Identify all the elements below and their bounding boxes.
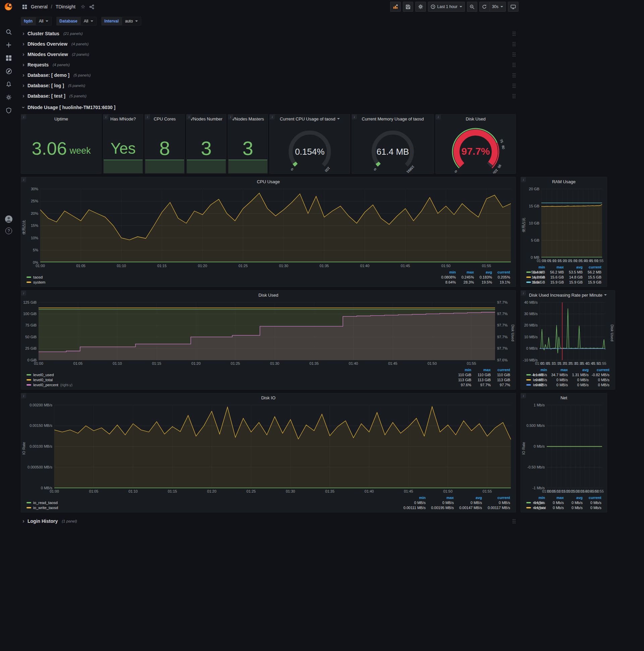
user-avatar[interactable] xyxy=(5,215,12,223)
dashboard-row-dnodes-overview[interactable]: ›DNodes Overview(4 panels) xyxy=(21,40,516,48)
legend-col-current[interactable]: current xyxy=(482,496,510,500)
panel-title[interactable]: CPU Cores xyxy=(154,117,176,122)
variable-value-dropdown[interactable]: All xyxy=(36,17,52,26)
variable-value-dropdown[interactable]: auto xyxy=(122,17,141,26)
variable-label[interactable]: fqdn xyxy=(21,17,36,26)
panel-info-icon[interactable]: i xyxy=(228,115,233,120)
share-icon[interactable] xyxy=(88,3,95,10)
add-panel-button[interactable] xyxy=(390,2,401,12)
refresh-interval-button[interactable]: 30s xyxy=(489,2,506,12)
panel-title[interactable]: Net xyxy=(560,395,567,400)
panel-title[interactable]: Current CPU Usage of taosd xyxy=(280,117,335,122)
disk-io-plot[interactable]: 0.00200 MB/s0.00150 MB/s0.00100 MB/s0.00… xyxy=(26,402,516,494)
legend-col-avg[interactable]: avg xyxy=(564,496,583,500)
legend-series-io-read-taosd[interactable]: io_read_taosd xyxy=(27,501,397,505)
panel-title[interactable]: Uptime xyxy=(54,117,68,122)
refresh-button[interactable] xyxy=(479,2,489,12)
dashboard-row-database-demo[interactable]: ›Database: [ demo ](5 panels) xyxy=(21,71,516,80)
legend-series-system[interactable]: system xyxy=(27,280,438,284)
legend-col-min[interactable]: min xyxy=(526,496,545,500)
dashboard-row-requests[interactable]: ›Requests(4 panels) xyxy=(21,60,516,69)
cycle-view-mode-button[interactable] xyxy=(508,2,519,12)
disk-rate-plot[interactable]: 40 MB/s30 MB/s20 MB/s10 MB/s0 MB/s-10 MB… xyxy=(521,299,610,366)
dashboard-row-cluster-status[interactable]: ›Cluster Status(21 panels) xyxy=(21,29,516,38)
save-dashboard-button[interactable] xyxy=(403,2,413,12)
breadcrumb-folder[interactable]: General xyxy=(31,4,47,9)
dashboard-row-mnodes-overview[interactable]: ›MNodes Overview(2 panels) xyxy=(21,50,516,59)
panel-info-icon[interactable]: i xyxy=(352,115,357,120)
panel-info-icon[interactable]: i xyxy=(21,290,26,296)
panel-title[interactable]: Current Memory Usage of taosd xyxy=(362,117,424,122)
explore-compass-icon[interactable] xyxy=(5,67,12,75)
help-icon[interactable]: ? xyxy=(5,227,12,234)
variable-label[interactable]: Interval xyxy=(101,17,122,26)
variable-value-dropdown[interactable]: All xyxy=(80,17,97,26)
breadcrumb-title[interactable]: TDinsight xyxy=(56,4,75,9)
disk-used-plot[interactable]: 125 GiB100 GiB75 GiB50 GiB25 GiB0 GiB97.… xyxy=(21,299,511,366)
legend-col-avg[interactable]: avg xyxy=(564,265,583,269)
zoom-out-button[interactable] xyxy=(467,2,477,12)
legend-col-max[interactable]: max xyxy=(547,368,568,372)
panel-info-icon[interactable]: i xyxy=(521,393,526,398)
legend-col-min[interactable]: min xyxy=(397,496,426,500)
panel-title[interactable]: Has MNode? xyxy=(110,117,136,122)
star-icon[interactable]: ☆ xyxy=(81,4,85,10)
legend-col-max[interactable]: max xyxy=(456,270,474,274)
drag-handle-icon[interactable] xyxy=(512,94,516,99)
variable-label[interactable]: Database xyxy=(56,17,80,26)
legend-col-current[interactable]: current xyxy=(492,270,510,274)
legend-series-io-write-taosd[interactable]: io_write_taosd xyxy=(27,506,397,510)
panel-info-icon[interactable]: i xyxy=(521,290,526,296)
panel-title[interactable]: VNodes Masters xyxy=(232,117,264,122)
dashboards-icon[interactable] xyxy=(21,3,28,10)
legend-col-max[interactable]: max xyxy=(545,265,564,269)
dashboard-row-login-history[interactable]: › Login History (1 panel) xyxy=(21,517,516,526)
legend-col-avg[interactable]: avg xyxy=(474,270,492,274)
configuration-gear-icon[interactable] xyxy=(5,94,12,101)
legend-series-level0-total[interactable]: level0_total xyxy=(27,378,452,382)
panel-info-icon[interactable]: i xyxy=(21,115,26,120)
legend-col-max[interactable]: max xyxy=(426,496,454,500)
dashboards-icon[interactable] xyxy=(5,54,12,62)
legend-col-max[interactable]: max xyxy=(545,496,564,500)
cpu-usage-plot[interactable]: 30%25%20%15%10%5%0%01:0001:0501:1001:150… xyxy=(26,186,516,269)
panel-info-icon[interactable]: i xyxy=(270,115,275,120)
server-admin-shield-icon[interactable] xyxy=(5,107,12,114)
legend-col-current[interactable]: current xyxy=(589,368,609,372)
panel-info-icon[interactable]: i xyxy=(521,177,526,182)
drag-handle-icon[interactable] xyxy=(512,73,516,78)
alerting-bell-icon[interactable] xyxy=(5,81,12,88)
legend-col-current[interactable]: current xyxy=(491,368,510,372)
legend-col-min[interactable]: min xyxy=(526,265,545,269)
legend-col-current[interactable]: current xyxy=(583,265,602,269)
panel-info-icon[interactable]: i xyxy=(187,115,192,120)
panel-info-icon[interactable]: i xyxy=(145,115,150,120)
panel-title[interactable]: Disk Used xyxy=(258,292,278,298)
legend-col-avg[interactable]: avg xyxy=(454,496,482,500)
legend-series-level0-percent[interactable]: level0_percent(right-y) xyxy=(27,383,452,387)
legend-series-taosd[interactable]: taosd xyxy=(27,275,438,279)
legend-col-current[interactable]: current xyxy=(583,496,602,500)
panel-info-icon[interactable]: i xyxy=(436,115,441,120)
panel-title[interactable]: Disk IO xyxy=(261,395,276,400)
legend-series-level0-used[interactable]: level0_used xyxy=(27,373,452,377)
drag-handle-icon[interactable] xyxy=(512,519,516,524)
drag-handle-icon[interactable] xyxy=(512,52,516,57)
panel-title[interactable]: CPU Usage xyxy=(257,179,280,184)
net-plot[interactable]: 1 Mb/s0.500 Mb/s0 Mb/s-0.50 Mb/s-1 Mb/s0… xyxy=(526,402,607,494)
ram-usage-plot[interactable]: 20 GB15 GB10 GB5 GB0 MB01:0001:0501:1001… xyxy=(526,186,607,264)
legend-col-min[interactable]: min xyxy=(438,270,456,274)
legend-col-max[interactable]: max xyxy=(471,368,491,372)
drag-handle-icon[interactable] xyxy=(512,83,516,88)
panel-title[interactable]: Disk Used Increasing Rate per Minute xyxy=(529,292,603,298)
time-range-button[interactable]: Last 1 hour xyxy=(428,2,465,12)
dashboard-row-database-log[interactable]: ›Database: [ log ](5 panels) xyxy=(21,81,516,90)
panel-title[interactable]: Disk Used xyxy=(465,117,485,122)
panel-info-icon[interactable]: i xyxy=(21,393,26,398)
legend-col-min[interactable]: min xyxy=(526,368,547,372)
grafana-logo-icon[interactable] xyxy=(3,2,13,12)
search-icon[interactable] xyxy=(5,28,12,36)
dashboard-row-dnode-usage[interactable]: › DNode Usage [ huolinhe-TM1701:6030 ] xyxy=(21,103,516,112)
drag-handle-icon[interactable] xyxy=(512,62,516,67)
dashboard-settings-button[interactable] xyxy=(415,2,426,12)
